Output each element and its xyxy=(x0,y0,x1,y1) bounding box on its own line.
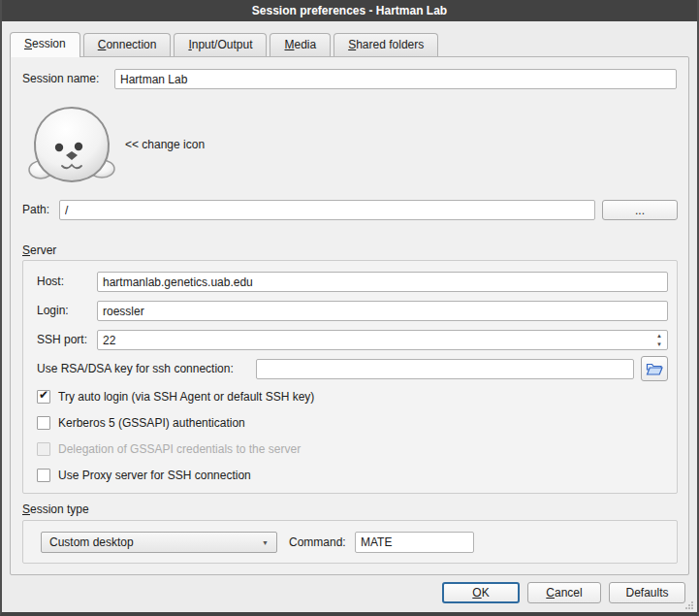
change-icon-link[interactable]: << change icon xyxy=(125,135,205,155)
tab-media[interactable]: Media xyxy=(270,33,331,56)
session-type-group: Custom desktop ▼ Command: xyxy=(22,520,678,564)
cancel-button[interactable]: Cancel xyxy=(527,582,601,603)
kerberos-checkbox-row[interactable]: Kerberos 5 (GSSAPI) authentication xyxy=(37,415,245,431)
defaults-button[interactable]: Defaults xyxy=(609,582,685,603)
folder-open-icon xyxy=(646,362,663,376)
command-input[interactable] xyxy=(355,532,474,553)
auto-login-checkbox-row[interactable]: Try auto login (via SSH Agent or default… xyxy=(37,389,314,405)
host-input[interactable] xyxy=(97,272,668,292)
command-label: Command: xyxy=(289,532,346,553)
gssapi-delegation-label: Delegation of GSSAPI credentials to the … xyxy=(58,442,301,456)
session-tab-pane: Session name: << change icon Path: ... xyxy=(10,56,689,575)
tab-bar: Session Connection Input/Output Media Sh… xyxy=(10,33,441,57)
gssapi-delegation-checkbox xyxy=(37,442,50,456)
titlebar[interactable]: Session preferences - Hartman Lab xyxy=(0,0,699,21)
window-title: Session preferences - Hartman Lab xyxy=(252,4,447,17)
session-type-dropdown-value: Custom desktop xyxy=(49,535,134,549)
proxy-label: Use Proxy server for SSH connection xyxy=(58,469,251,482)
kerberos-label: Kerberos 5 (GSSAPI) authentication xyxy=(58,416,245,430)
ok-button[interactable]: OK xyxy=(442,582,520,603)
dialog-button-row: OK Cancel Defaults xyxy=(442,582,685,603)
server-group-title: Server xyxy=(22,243,56,257)
path-browse-button[interactable]: ... xyxy=(602,200,678,220)
auto-login-label: Try auto login (via SSH Agent or default… xyxy=(58,390,314,404)
server-group: Host: Login: SSH port: ▲ ▼ Use RSA/DSA k… xyxy=(22,260,678,494)
path-label: Path: xyxy=(22,200,49,220)
session-name-label: Session name: xyxy=(22,69,99,89)
auto-login-checkbox[interactable] xyxy=(37,390,50,404)
ssh-port-input[interactable] xyxy=(97,330,668,350)
gssapi-delegation-checkbox-row: Delegation of GSSAPI credentials to the … xyxy=(37,441,301,457)
session-preferences-dialog: Session preferences - Hartman Lab Sessio… xyxy=(0,0,699,616)
rsa-key-label: Use RSA/DSA key for ssh connection: xyxy=(37,359,234,379)
rsa-key-browse-button[interactable] xyxy=(641,356,668,381)
login-label: Login: xyxy=(37,301,69,321)
session-type-dropdown[interactable]: Custom desktop ▼ xyxy=(41,532,277,553)
tab-shared-folders[interactable]: Shared folders xyxy=(334,33,438,56)
dropdown-arrow-icon: ▼ xyxy=(262,539,269,546)
host-label: Host: xyxy=(37,272,64,292)
proxy-checkbox-row[interactable]: Use Proxy server for SSH connection xyxy=(37,468,251,483)
session-name-input[interactable] xyxy=(114,69,677,89)
resize-grip[interactable] xyxy=(684,600,694,610)
proxy-checkbox[interactable] xyxy=(37,469,50,482)
spin-up-icon[interactable]: ▲ xyxy=(651,331,667,340)
session-type-group-title: Session type xyxy=(22,503,89,516)
tab-connection[interactable]: Connection xyxy=(83,33,172,56)
tab-session[interactable]: Session xyxy=(10,32,80,57)
tab-input-output[interactable]: Input/Output xyxy=(174,33,267,56)
rsa-key-input[interactable] xyxy=(256,359,634,379)
login-input[interactable] xyxy=(97,301,668,321)
spin-down-icon[interactable]: ▼ xyxy=(651,340,667,350)
seal-icon xyxy=(27,105,116,186)
ssh-port-label: SSH port: xyxy=(37,330,87,350)
path-input[interactable] xyxy=(59,200,595,220)
kerberos-checkbox[interactable] xyxy=(37,416,50,430)
